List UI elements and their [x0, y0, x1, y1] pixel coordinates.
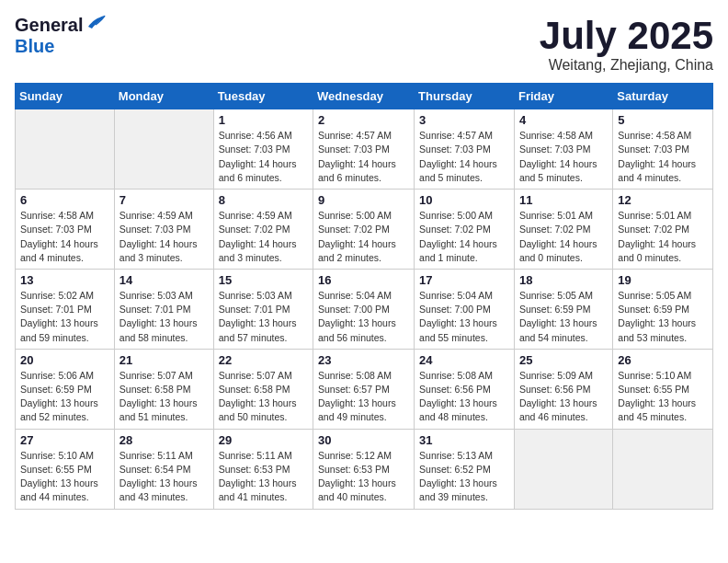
- col-header-friday: Friday: [514, 84, 612, 109]
- col-header-monday: Monday: [114, 84, 213, 109]
- day-number: 25: [519, 353, 608, 367]
- day-number: 17: [419, 273, 509, 287]
- table-row: [16, 109, 115, 190]
- day-number: 4: [519, 113, 608, 127]
- day-info: Sunrise: 4:59 AMSunset: 7:03 PMDaylight:…: [119, 209, 209, 265]
- day-info: Sunrise: 5:03 AMSunset: 7:01 PMDaylight:…: [219, 289, 308, 345]
- day-info: Sunrise: 5:10 AMSunset: 6:55 PMDaylight:…: [20, 449, 109, 505]
- table-row: 3Sunrise: 4:57 AMSunset: 7:03 PMDaylight…: [415, 109, 515, 190]
- table-row: 30Sunrise: 5:12 AMSunset: 6:53 PMDayligh…: [313, 429, 415, 509]
- day-number: 7: [119, 193, 209, 207]
- col-header-tuesday: Tuesday: [213, 84, 313, 109]
- day-number: 26: [618, 353, 708, 367]
- day-number: 9: [318, 193, 409, 207]
- day-number: 10: [419, 193, 509, 207]
- table-row: 21Sunrise: 5:07 AMSunset: 6:58 PMDayligh…: [114, 349, 213, 429]
- day-info: Sunrise: 5:01 AMSunset: 7:02 PMDaylight:…: [519, 209, 608, 265]
- day-info: Sunrise: 5:01 AMSunset: 7:02 PMDaylight:…: [618, 209, 708, 265]
- table-row: 5Sunrise: 4:58 AMSunset: 7:03 PMDaylight…: [613, 109, 713, 190]
- table-row: [114, 109, 213, 190]
- day-info: Sunrise: 5:03 AMSunset: 7:01 PMDaylight:…: [119, 289, 209, 345]
- table-row: 6Sunrise: 4:58 AMSunset: 7:03 PMDaylight…: [16, 190, 115, 270]
- table-row: 9Sunrise: 5:00 AMSunset: 7:02 PMDaylight…: [313, 190, 415, 270]
- table-row: 13Sunrise: 5:02 AMSunset: 7:01 PMDayligh…: [16, 269, 115, 349]
- day-number: 18: [519, 273, 608, 287]
- table-row: 17Sunrise: 5:04 AMSunset: 7:00 PMDayligh…: [415, 269, 515, 349]
- day-number: 30: [318, 433, 409, 447]
- logo-general-text: General: [15, 15, 83, 36]
- table-row: 10Sunrise: 5:00 AMSunset: 7:02 PMDayligh…: [415, 190, 515, 270]
- day-info: Sunrise: 5:04 AMSunset: 7:00 PMDaylight:…: [318, 289, 409, 345]
- col-header-wednesday: Wednesday: [313, 84, 415, 109]
- table-row: 18Sunrise: 5:05 AMSunset: 6:59 PMDayligh…: [514, 269, 612, 349]
- table-row: [514, 429, 612, 509]
- table-row: 26Sunrise: 5:10 AMSunset: 6:55 PMDayligh…: [613, 349, 713, 429]
- day-number: 20: [20, 353, 109, 367]
- day-number: 13: [20, 273, 109, 287]
- day-info: Sunrise: 5:12 AMSunset: 6:53 PMDaylight:…: [318, 449, 409, 505]
- day-info: Sunrise: 4:57 AMSunset: 7:03 PMDaylight:…: [318, 129, 409, 185]
- day-info: Sunrise: 5:13 AMSunset: 6:52 PMDaylight:…: [419, 449, 509, 505]
- day-number: 2: [318, 113, 409, 127]
- day-number: 22: [219, 353, 308, 367]
- day-number: 28: [119, 433, 209, 447]
- table-row: 8Sunrise: 4:59 AMSunset: 7:02 PMDaylight…: [213, 190, 313, 270]
- day-number: 6: [20, 193, 109, 207]
- day-number: 19: [618, 273, 708, 287]
- day-number: 3: [419, 113, 509, 127]
- day-info: Sunrise: 5:08 AMSunset: 6:57 PMDaylight:…: [318, 369, 409, 425]
- day-info: Sunrise: 5:06 AMSunset: 6:59 PMDaylight:…: [20, 369, 109, 425]
- table-row: 1Sunrise: 4:56 AMSunset: 7:03 PMDaylight…: [213, 109, 313, 190]
- logo-blue-text: Blue: [15, 36, 54, 57]
- day-info: Sunrise: 5:00 AMSunset: 7:02 PMDaylight:…: [419, 209, 509, 265]
- day-info: Sunrise: 4:57 AMSunset: 7:03 PMDaylight:…: [419, 129, 509, 185]
- day-info: Sunrise: 5:08 AMSunset: 6:56 PMDaylight:…: [419, 369, 509, 425]
- table-row: 22Sunrise: 5:07 AMSunset: 6:58 PMDayligh…: [213, 349, 313, 429]
- table-row: 15Sunrise: 5:03 AMSunset: 7:01 PMDayligh…: [213, 269, 313, 349]
- day-number: 16: [318, 273, 409, 287]
- table-row: 20Sunrise: 5:06 AMSunset: 6:59 PMDayligh…: [16, 349, 115, 429]
- table-row: 2Sunrise: 4:57 AMSunset: 7:03 PMDaylight…: [313, 109, 415, 190]
- day-number: 31: [419, 433, 509, 447]
- col-header-saturday: Saturday: [613, 84, 713, 109]
- day-info: Sunrise: 4:59 AMSunset: 7:02 PMDaylight:…: [219, 209, 308, 265]
- table-row: 11Sunrise: 5:01 AMSunset: 7:02 PMDayligh…: [514, 190, 612, 270]
- day-number: 24: [419, 353, 509, 367]
- title-block: July 2025 Weitang, Zhejiang, China: [540, 15, 713, 74]
- day-number: 5: [618, 113, 708, 127]
- day-number: 23: [318, 353, 409, 367]
- col-header-thursday: Thursday: [415, 84, 515, 109]
- day-info: Sunrise: 5:11 AMSunset: 6:54 PMDaylight:…: [119, 449, 209, 505]
- table-row: 23Sunrise: 5:08 AMSunset: 6:57 PMDayligh…: [313, 349, 415, 429]
- month-title: July 2025: [540, 15, 713, 57]
- table-row: 31Sunrise: 5:13 AMSunset: 6:52 PMDayligh…: [415, 429, 515, 509]
- day-number: 21: [119, 353, 209, 367]
- day-info: Sunrise: 4:56 AMSunset: 7:03 PMDaylight:…: [219, 129, 308, 185]
- day-info: Sunrise: 5:10 AMSunset: 6:55 PMDaylight:…: [618, 369, 708, 425]
- table-row: [613, 429, 713, 509]
- logo-bird-icon: [86, 14, 107, 34]
- day-info: Sunrise: 5:04 AMSunset: 7:00 PMDaylight:…: [419, 289, 509, 345]
- day-number: 11: [519, 193, 608, 207]
- day-number: 29: [219, 433, 308, 447]
- table-row: 16Sunrise: 5:04 AMSunset: 7:00 PMDayligh…: [313, 269, 415, 349]
- col-header-sunday: Sunday: [16, 84, 115, 109]
- day-info: Sunrise: 5:00 AMSunset: 7:02 PMDaylight:…: [318, 209, 409, 265]
- day-number: 12: [618, 193, 708, 207]
- day-info: Sunrise: 4:58 AMSunset: 7:03 PMDaylight:…: [519, 129, 608, 185]
- day-info: Sunrise: 5:02 AMSunset: 7:01 PMDaylight:…: [20, 289, 109, 345]
- day-number: 8: [219, 193, 308, 207]
- page-header: General Blue July 2025 Weitang, Zhejiang…: [15, 15, 713, 74]
- table-row: 28Sunrise: 5:11 AMSunset: 6:54 PMDayligh…: [114, 429, 213, 509]
- table-row: 25Sunrise: 5:09 AMSunset: 6:56 PMDayligh…: [514, 349, 612, 429]
- location-text: Weitang, Zhejiang, China: [540, 57, 713, 74]
- day-number: 15: [219, 273, 308, 287]
- day-info: Sunrise: 5:11 AMSunset: 6:53 PMDaylight:…: [219, 449, 308, 505]
- day-info: Sunrise: 5:05 AMSunset: 6:59 PMDaylight:…: [618, 289, 708, 345]
- logo: General Blue: [15, 15, 107, 57]
- table-row: 29Sunrise: 5:11 AMSunset: 6:53 PMDayligh…: [213, 429, 313, 509]
- day-info: Sunrise: 5:09 AMSunset: 6:56 PMDaylight:…: [519, 369, 608, 425]
- day-info: Sunrise: 4:58 AMSunset: 7:03 PMDaylight:…: [618, 129, 708, 185]
- table-row: 24Sunrise: 5:08 AMSunset: 6:56 PMDayligh…: [415, 349, 515, 429]
- table-row: 19Sunrise: 5:05 AMSunset: 6:59 PMDayligh…: [613, 269, 713, 349]
